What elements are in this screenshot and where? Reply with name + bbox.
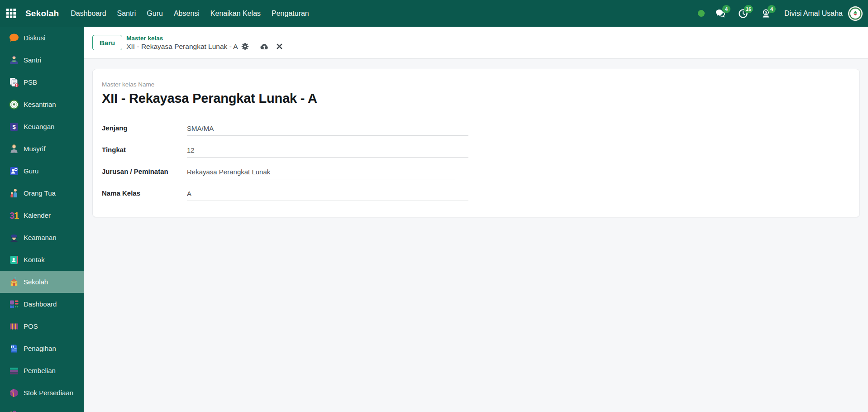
breadcrumb-parent-link[interactable]: Master kelas (126, 34, 282, 42)
police-officer-icon (8, 232, 20, 244)
sidebar-item-santri[interactable]: Santri (0, 49, 84, 71)
new-record-button[interactable]: Baru (92, 35, 122, 50)
menu-guru[interactable]: Guru (141, 0, 168, 27)
finance-badge: 4 (768, 5, 776, 13)
person-headset-icon (8, 143, 20, 155)
online-status-dot (698, 10, 705, 17)
svg-text:$: $ (765, 10, 767, 14)
save-cloud-icon[interactable] (260, 43, 269, 50)
breadcrumb: Master kelas XII - Rekayasa Perangkat Lu… (126, 34, 282, 51)
sidebar-item-orang-tua[interactable]: Orang Tua (0, 182, 84, 204)
messages-icon[interactable]: 4 (715, 8, 726, 19)
sidebar-item-stok-persediaan[interactable]: Stok Persediaan (0, 382, 84, 404)
finance-coin-icon[interactable]: $ 4 (760, 8, 772, 19)
sidebar-item-musyrif[interactable]: Musyrif (0, 138, 84, 160)
sidebar-item-kesantrian[interactable]: Kesantrian (0, 93, 84, 115)
menu-santri[interactable]: Santri (112, 0, 142, 27)
company-switcher[interactable]: Divisi Amal Usaha (784, 10, 843, 18)
svg-text:$: $ (12, 123, 16, 130)
contact-card-icon (8, 254, 20, 266)
actions-gear-icon[interactable] (241, 43, 249, 50)
apps-grid-icon[interactable] (0, 0, 22, 27)
jenjang-field[interactable]: SMA/MA (187, 125, 468, 136)
parent-child-icon (8, 187, 20, 199)
messages-badge: 4 (722, 5, 730, 13)
jurusan-label: Jurusan / Peminatan (102, 168, 187, 179)
top-navbar: Sekolah Dashboard Santri Guru Absensi Ke… (0, 0, 868, 27)
activities-badge: 16 (744, 5, 753, 13)
field-row-jurusan: Jurusan / Peminatan Rekayasa Perangkat L… (102, 158, 850, 179)
sidebar-item-pembelian[interactable]: Pembelian (0, 359, 84, 382)
chat-bubble-icon (8, 32, 20, 44)
nama-kelas-label: Nama Kelas (102, 189, 187, 201)
school-building-icon (8, 276, 20, 288)
sidebar-item-keamanan[interactable]: Keamanan (0, 226, 84, 249)
sidebar-item-guru[interactable]: Guru (0, 160, 84, 182)
field-row-tingkat: Tingkat 12 (102, 136, 850, 158)
shop-awning-icon (8, 321, 20, 332)
breadcrumb-current: XII - Rekayasa Perangkat Lunak - A (126, 42, 238, 51)
user-avatar[interactable] (848, 6, 863, 21)
dollar-square-icon: $ (8, 121, 20, 133)
nama-kelas-field[interactable]: A (187, 190, 468, 201)
jenjang-label: Jenjang (102, 124, 187, 136)
dashboard-tiles-icon (8, 298, 20, 310)
sidebar-item-diskusi[interactable]: Diskusi (0, 27, 84, 49)
tingkat-field[interactable]: 12 (187, 146, 468, 158)
sidebar-item-karyawan[interactable]: Karyawan (0, 404, 84, 412)
record-name-label: Master kelas Name (102, 81, 850, 88)
navbar-right: 4 16 $ 4 Divisi Amal Usaha (698, 6, 868, 21)
record-title[interactable]: XII - Rekayasa Perangkat Lunak - A (102, 91, 850, 106)
field-row-nama-kelas: Nama Kelas A (102, 179, 850, 201)
control-panel: Baru Master kelas XII - Rekayasa Perangk… (84, 27, 868, 59)
sidebar-item-sekolah[interactable]: Sekolah (0, 271, 84, 293)
invoice-dollar-icon: $ (8, 343, 20, 355)
round-seal-icon (8, 99, 20, 110)
jurusan-field[interactable]: Rekayasa Perangkat Lunak (187, 168, 455, 179)
sidebar-item-kontak[interactable]: Kontak (0, 249, 84, 271)
svg-text:$: $ (12, 345, 14, 349)
sidebar-item-pos[interactable]: POS (0, 315, 84, 337)
sidebar-item-keuangan[interactable]: $ Keuangan (0, 115, 84, 138)
form-sheet: Master kelas Name XII - Rekayasa Perangk… (92, 69, 860, 217)
teacher-square-icon (8, 165, 20, 177)
people-dots-icon (8, 409, 20, 412)
form-view: Master kelas Name XII - Rekayasa Perangk… (84, 59, 868, 412)
activities-clock-icon[interactable]: 16 (737, 8, 749, 19)
student-sitting-icon (8, 54, 20, 66)
field-row-jenjang: Jenjang SMA/MA (102, 114, 850, 136)
main-area: Baru Master kelas XII - Rekayasa Perangk… (84, 27, 868, 412)
top-menu: Dashboard Santri Guru Absensi Kenaikan K… (65, 0, 315, 27)
menu-pengaturan[interactable]: Pengaturan (266, 0, 315, 27)
menu-absensi[interactable]: Absensi (168, 0, 205, 27)
field-group: Jenjang SMA/MA Tingkat 12 Jurusan / Pemi… (102, 114, 850, 201)
sidebar-item-dashboard[interactable]: Dashboard (0, 293, 84, 315)
app-title[interactable]: Sekolah (25, 9, 59, 19)
hexagon-box-icon (8, 387, 20, 399)
module-sidebar: Diskusi Santri PSB (0, 27, 84, 412)
menu-dashboard[interactable]: Dashboard (65, 0, 111, 27)
menu-kenaikan-kelas[interactable]: Kenaikan Kelas (205, 0, 266, 27)
sidebar-item-kalender[interactable]: 31 Kalender (0, 204, 84, 226)
calendar-31-icon: 31 (8, 210, 20, 221)
documents-badge-icon (8, 77, 20, 88)
tingkat-label: Tingkat (102, 146, 187, 158)
sidebar-item-psb[interactable]: PSB (0, 71, 84, 93)
sidebar-item-penagihan[interactable]: $ Penagihan (0, 337, 84, 359)
discard-x-icon[interactable] (277, 43, 282, 49)
stacked-layers-icon (8, 365, 20, 377)
